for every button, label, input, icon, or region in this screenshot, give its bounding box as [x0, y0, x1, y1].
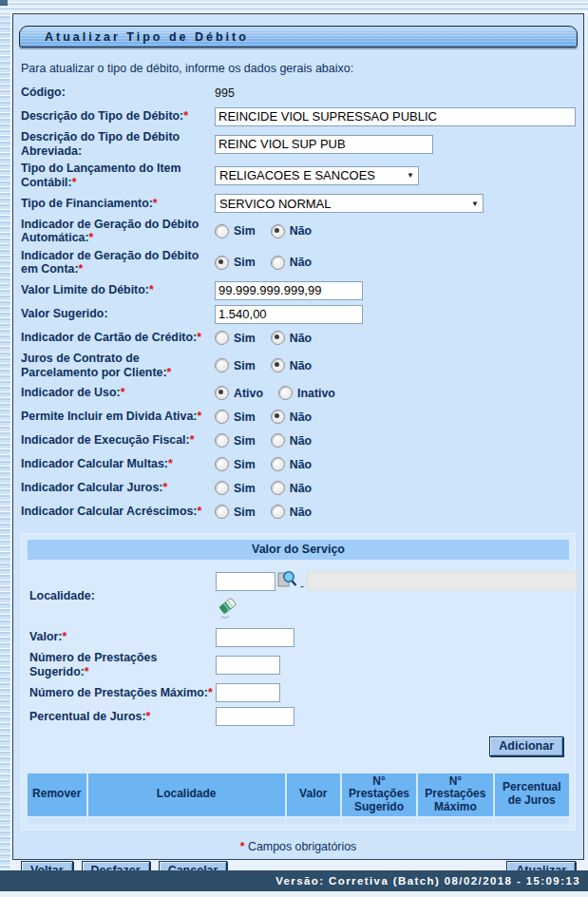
indicador-uso-radio-group: Ativo Inativo [215, 386, 351, 400]
radio-sim[interactable] [215, 457, 229, 471]
row-descricao: Descrição do Tipo de Débito:* [21, 106, 576, 126]
tipo-financiamento-selected-value: SERVICO NORMAL [219, 197, 332, 211]
radio-sim[interactable] [215, 505, 229, 519]
divida-ativa-label: Permite Incluir em Divida Ativa: [21, 410, 197, 423]
prestacoes-sugerido-input[interactable] [216, 656, 280, 675]
required-asterisk: * [146, 710, 151, 723]
required-asterisk: * [197, 331, 201, 344]
prestacoes-sugerido-label: Número de Prestações Sugerido: [29, 651, 157, 678]
intro-text: Para atualizar o tipo de débito, informe… [21, 62, 576, 75]
radio-nao[interactable] [271, 358, 285, 372]
indicador-uso-label: Indicador de Uso: [21, 386, 121, 399]
required-asterisk: * [149, 283, 154, 296]
localidade-input[interactable] [216, 572, 275, 591]
calcular-multas-radio-group: Sim Não [215, 457, 327, 471]
radio-label: Não [290, 434, 312, 448]
descricao-label: Descrição do Tipo de Débito: [21, 109, 183, 123]
required-asterisk: * [89, 231, 94, 244]
execucao-fiscal-label: Indicador de Execução Fiscal: [21, 433, 190, 447]
radio-label: Sim [234, 256, 256, 269]
percentual-juros-input[interactable] [216, 707, 294, 726]
prestacoes-maximo-input[interactable] [216, 683, 280, 702]
table-empty-row [28, 818, 569, 824]
mandatory-note-text: Campos obrigatórios [248, 840, 356, 853]
row-valor-sugerido: Valor Sugerido: [21, 304, 576, 324]
radio-nao[interactable] [271, 331, 285, 345]
valor-servico-title: Valor do Serviço [28, 540, 569, 560]
prestacoes-maximo-label: Número de Prestações Máximo: [29, 686, 208, 699]
row-calcular-juros: Indicador Calcular Juros:* Sim Não [21, 478, 576, 498]
required-asterisk: * [153, 197, 158, 210]
radio-label: Não [290, 458, 312, 471]
radio-label: Sim [234, 359, 256, 372]
radio-nao[interactable] [271, 256, 285, 270]
tipo-lancamento-select[interactable]: RELIGACOES E SANCOES ▼ [215, 166, 419, 185]
radio-label: Sim [234, 224, 256, 238]
row-tipo-lancamento: Tipo do Lançamento do Item Contábil:* RE… [21, 162, 576, 189]
valor-sugerido-input[interactable] [215, 305, 363, 324]
adicionar-button[interactable]: Adicionar [489, 736, 563, 756]
radio-nao[interactable] [271, 481, 285, 495]
valor-label: Valor: [29, 630, 62, 643]
row-cartao-credito: Indicador de Cartão de Crédito:* Sim Não [21, 328, 576, 348]
required-asterisk: * [197, 505, 201, 518]
geracao-conta-radio-group: Sim Não [215, 256, 327, 270]
required-asterisk: * [62, 630, 66, 643]
radio-sim[interactable] [215, 410, 229, 424]
version-text: Versão: Corretiva (Batch) 08/02/2018 - 1… [275, 875, 580, 887]
valor-servico-panel: Valor do Serviço Localidade: - [21, 533, 576, 830]
radio-label: Não [290, 410, 312, 424]
radio-nao[interactable] [271, 433, 285, 448]
radio-sim[interactable] [215, 481, 229, 495]
geracao-conta-label: Indicador de Geração do Débito em Conta: [21, 249, 199, 277]
radio-ativo[interactable] [215, 386, 229, 400]
descricao-abreviada-label: Descrição do Tipo de Débito Abreviada: [21, 130, 180, 158]
tipo-financiamento-select[interactable]: SERVICO NORMAL ▼ [215, 194, 484, 213]
tipo-lancamento-label: Tipo do Lançamento do Item Contábil: [21, 162, 180, 189]
col-header-remover: Remover [28, 773, 86, 816]
col-header-prestacoes-maximo: N° Prestações Máximo [418, 773, 492, 816]
valor-limite-label: Valor Limite do Débito: [21, 283, 149, 296]
valor-limite-input[interactable] [215, 281, 363, 300]
radio-nao[interactable] [271, 457, 285, 471]
eraser-icon[interactable] [218, 595, 238, 623]
descricao-abreviada-input[interactable] [215, 135, 433, 154]
radio-sim[interactable] [215, 256, 229, 270]
required-asterisk: * [85, 665, 89, 678]
juros-contrato-radio-group: Sim Não [215, 358, 327, 372]
row-divida-ativa: Permite Incluir em Divida Ativa:* Sim Nã… [21, 407, 576, 427]
row-calcular-acrescimos: Indicador Calcular Acréscimos:* Sim Não [21, 502, 576, 522]
radio-label: Sim [234, 482, 256, 495]
radio-label: Sim [234, 458, 256, 471]
required-asterisk: * [162, 481, 167, 494]
radio-label: Sim [234, 506, 256, 519]
top-decor-strip [0, 0, 588, 13]
descricao-input[interactable] [215, 107, 576, 126]
radio-nao[interactable] [271, 410, 285, 424]
codigo-label: Código: [21, 86, 66, 99]
required-asterisk: * [183, 109, 188, 123]
localidade-display-field [307, 571, 578, 591]
required-asterisk: * [79, 262, 84, 276]
chevron-down-icon: ▼ [407, 171, 414, 180]
radio-sim[interactable] [215, 224, 229, 239]
required-asterisk: * [197, 410, 201, 423]
valor-input[interactable] [216, 628, 294, 647]
row-localidade: Localidade: - [29, 569, 567, 623]
row-execucao-fiscal: Indicador de Execução Fiscal:* Sim Não [21, 430, 576, 450]
radio-sim[interactable] [215, 331, 229, 345]
radio-nao[interactable] [271, 505, 285, 519]
row-percentual-juros: Percentual de Juros:* [29, 707, 567, 727]
radio-nao[interactable] [271, 224, 285, 239]
radio-sim[interactable] [215, 433, 229, 448]
geracao-automatica-label: Indicador de Geração do Débito Automátic… [21, 218, 199, 245]
required-asterisk: * [190, 433, 195, 447]
search-icon[interactable] [277, 569, 297, 593]
tipo-financiamento-label: Tipo de Financiamento: [21, 197, 153, 210]
calcular-juros-label: Indicador Calcular Juros: [21, 481, 162, 494]
tipo-lancamento-selected-value: RELIGACOES E SANCOES [219, 168, 375, 182]
radio-inativo[interactable] [278, 386, 293, 400]
radio-sim[interactable] [215, 358, 229, 372]
percentual-juros-label: Percentual de Juros: [29, 710, 146, 723]
valor-servico-table: Remover Localidade Valor N° Prestações S… [26, 772, 571, 826]
